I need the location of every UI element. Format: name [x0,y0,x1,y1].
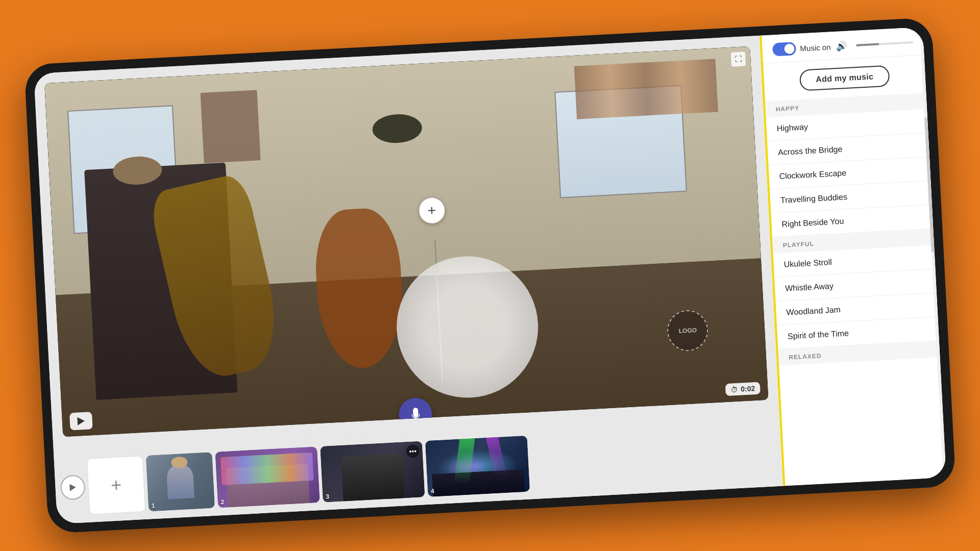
thumbnail-1-number: 1 [151,502,155,509]
music-toggle-wrapper: Music on [772,40,831,56]
device-wrapper: ⛶ LOGO + [26,26,954,525]
expand-icon: ⛶ [734,55,742,64]
thumbnail-2-bg [215,446,320,508]
timer-value: 0:02 [741,384,755,393]
main-area: ⛶ LOGO + [34,36,783,524]
timer-icon: ⏱ [730,385,738,394]
wall-decoration-1 [201,90,261,163]
thumbnail-2[interactable]: 2 [215,446,320,508]
volume-icon: 🔊 [836,40,847,52]
music-on-label: Music on [800,42,831,53]
music-panel: Music on 🔊 Add my music HAPPY Highway [760,27,946,486]
play-icon [77,417,85,425]
device-screen: ⛶ LOGO + [34,27,946,524]
thumbnail-1-bg [146,452,215,512]
thumbnail-3-number: 3 [326,493,329,500]
wall-decoration-2 [574,59,718,119]
plus-icon: + [427,203,436,218]
thumbnail-2-number: 2 [220,498,224,506]
expand-button[interactable]: ⛶ [731,52,746,66]
thumbnail-1[interactable]: 1 [146,452,215,512]
thumbnail-4-number: 4 [431,487,434,494]
strip-play-button[interactable] [60,474,85,500]
more-icon: ••• [409,447,416,455]
play-button-overlay[interactable] [69,412,93,430]
video-preview: ⛶ LOGO + [44,46,768,437]
microphone-icon [407,407,424,423]
music-list[interactable]: HAPPY Highway Across the Bridge Clockwor… [765,93,946,486]
add-clip-strip-button[interactable]: + [87,456,146,515]
device-frame: ⛶ LOGO + [24,17,956,534]
video-background: ⛶ LOGO + [44,46,768,437]
thumbnail-4-bg [425,436,530,497]
add-icon: + [110,474,122,496]
strip-play-icon [69,484,76,491]
timer-badge: ⏱ 0:02 [725,382,761,396]
add-music-button[interactable]: Add my music [799,65,890,91]
logo-text: LOGO [678,327,697,335]
thumbnail-4[interactable]: 4 [425,436,530,497]
music-toggle[interactable] [772,42,796,56]
volume-slider[interactable] [856,41,913,46]
thumbnail-3[interactable]: ••• 3 [320,441,425,502]
toggle-knob [784,43,795,54]
volume-fill [856,43,879,46]
